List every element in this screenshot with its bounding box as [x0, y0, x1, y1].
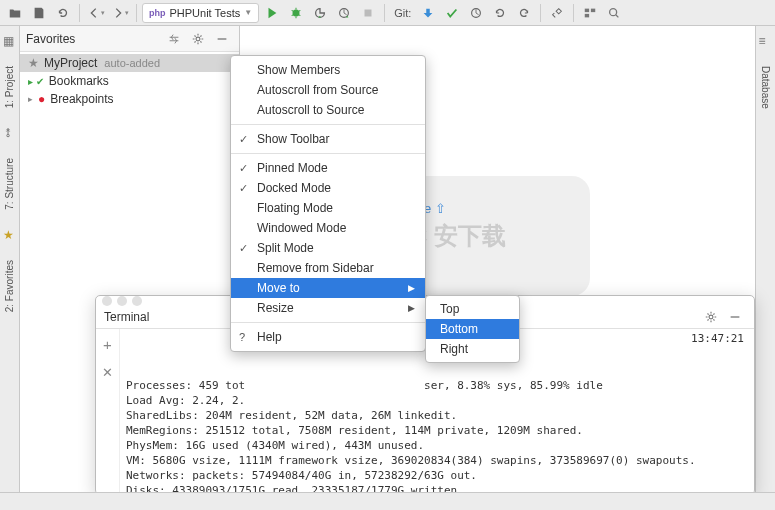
- project-structure-icon[interactable]: [579, 2, 601, 24]
- refresh-icon[interactable]: [52, 2, 74, 24]
- debug-icon[interactable]: [285, 2, 307, 24]
- favorites-tab-icon[interactable]: ★: [3, 228, 17, 242]
- menu-item[interactable]: Remove from Sidebar: [231, 258, 425, 278]
- search-everywhere-icon[interactable]: [603, 2, 625, 24]
- git-compare-icon[interactable]: [465, 2, 487, 24]
- traffic-min-icon[interactable]: [117, 296, 127, 306]
- menu-item[interactable]: ?Help: [231, 327, 425, 347]
- menu-item[interactable]: Autoscroll from Source: [231, 80, 425, 100]
- terminal-time: 13:47:21: [691, 331, 744, 346]
- right-tool-tabs: ≡ Database: [755, 26, 775, 492]
- stop-icon[interactable]: [357, 2, 379, 24]
- menu-item[interactable]: ✓Docked Mode: [231, 178, 425, 198]
- coverage-icon[interactable]: [309, 2, 331, 24]
- menu-item[interactable]: Show Members: [231, 60, 425, 80]
- submenu-item[interactable]: Right: [426, 339, 519, 359]
- svg-rect-2: [365, 9, 372, 16]
- svg-point-7: [610, 8, 617, 15]
- terminal-line: MemRegions: 251512 total, 7508M resident…: [126, 423, 748, 438]
- tab-structure[interactable]: 7: Structure: [2, 154, 17, 214]
- terminal-add-icon[interactable]: +: [97, 333, 119, 355]
- gear-icon[interactable]: [187, 28, 209, 50]
- terminal-gear-icon[interactable]: [700, 306, 722, 328]
- terminal-line: VM: 5680G vsize, 1111M framework vsize, …: [126, 453, 748, 468]
- terminal-line: Load Avg: 2.24, 2.: [126, 393, 748, 408]
- terminal-close-tab-icon[interactable]: ✕: [97, 361, 119, 383]
- forward-icon[interactable]: ▾: [109, 2, 131, 24]
- terminal-line: SharedLibs: 204M resident, 52M data, 26M…: [126, 408, 748, 423]
- svg-rect-5: [591, 8, 595, 12]
- tab-project[interactable]: 1: Project: [2, 62, 17, 112]
- run-config-label: PHPUnit Tests: [170, 7, 241, 19]
- structure-tab-icon[interactable]: ⥉: [3, 126, 17, 140]
- menu-item[interactable]: Floating Mode: [231, 198, 425, 218]
- database-tab-icon[interactable]: ≡: [759, 34, 773, 48]
- traffic-close-icon[interactable]: [102, 296, 112, 306]
- svg-point-9: [709, 315, 713, 319]
- status-bar: [0, 492, 775, 510]
- settings-icon[interactable]: [546, 2, 568, 24]
- traffic-max-icon[interactable]: [132, 296, 142, 306]
- git-update-icon[interactable]: [417, 2, 439, 24]
- terminal-line: Networks: packets: 57494084/40G in, 5723…: [126, 468, 748, 483]
- expand-icon[interactable]: [163, 28, 185, 50]
- favorites-item[interactable]: ▸ ●Breakpoints: [20, 90, 239, 108]
- menu-item[interactable]: ✓Show Toolbar: [231, 129, 425, 149]
- menu-item[interactable]: ✓Split Mode: [231, 238, 425, 258]
- favorites-item[interactable]: ★MyProjectauto-added: [20, 54, 239, 72]
- terminal-line: Processes: 459 tot ser, 8.38% sys, 85.99…: [126, 378, 748, 393]
- menu-item[interactable]: Windowed Mode: [231, 218, 425, 238]
- back-icon[interactable]: ▾: [85, 2, 107, 24]
- git-commit-icon[interactable]: [441, 2, 463, 24]
- save-icon[interactable]: [28, 2, 50, 24]
- submenu-item[interactable]: Bottom: [426, 319, 519, 339]
- git-history-icon[interactable]: [489, 2, 511, 24]
- git-revert-icon[interactable]: [513, 2, 535, 24]
- git-label: Git:: [394, 7, 411, 19]
- svg-rect-6: [585, 13, 589, 17]
- terminal-hide-icon[interactable]: [724, 306, 746, 328]
- tab-database[interactable]: Database: [758, 62, 773, 113]
- svg-point-8: [196, 37, 200, 41]
- terminal-title: Terminal: [104, 310, 149, 324]
- hide-icon[interactable]: [211, 28, 233, 50]
- profile-icon[interactable]: [333, 2, 355, 24]
- run-icon[interactable]: [261, 2, 283, 24]
- main-toolbar: ▾ ▾ php PHPUnit Tests ▼ Git:: [0, 0, 775, 26]
- move-to-submenu: TopBottomRight: [425, 295, 520, 363]
- menu-item[interactable]: Move to▶: [231, 278, 425, 298]
- favorites-title: Favorites: [26, 32, 75, 46]
- context-menu: Show MembersAutoscroll from SourceAutosc…: [230, 55, 426, 352]
- left-tool-tabs: ▦ 1: Project ⥉ 7: Structure ★ 2: Favorit…: [0, 26, 20, 492]
- menu-item[interactable]: ✓Pinned Mode: [231, 158, 425, 178]
- menu-item[interactable]: Autoscroll to Source: [231, 100, 425, 120]
- submenu-item[interactable]: Top: [426, 299, 519, 319]
- menu-item[interactable]: Resize▶: [231, 298, 425, 318]
- svg-rect-4: [585, 8, 589, 12]
- terminal-line: PhysMem: 16G used (4340M wired), 443M un…: [126, 438, 748, 453]
- project-tab-icon[interactable]: ▦: [3, 34, 17, 48]
- favorites-item[interactable]: ▸ ✔Bookmarks: [20, 72, 239, 90]
- open-icon[interactable]: [4, 2, 26, 24]
- run-config-selector[interactable]: php PHPUnit Tests ▼: [142, 3, 259, 23]
- tab-favorites[interactable]: 2: Favorites: [2, 256, 17, 316]
- svg-point-0: [293, 9, 300, 16]
